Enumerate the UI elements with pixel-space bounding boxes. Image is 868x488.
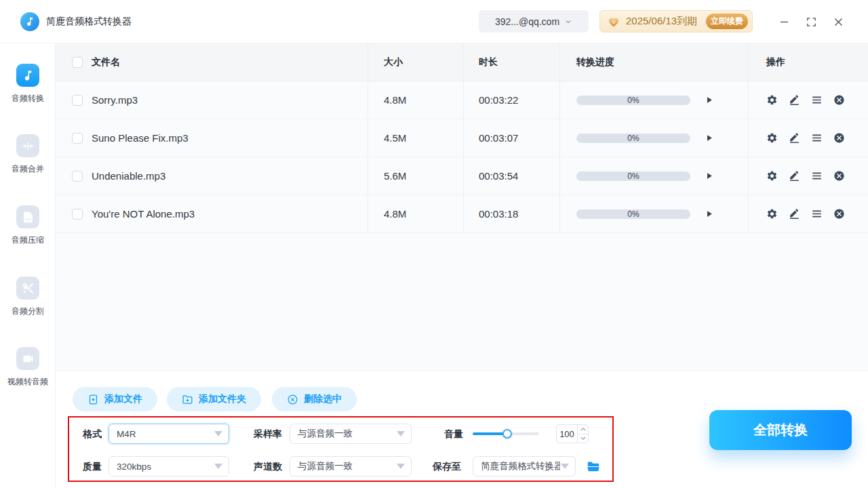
- dropdown-arrow-icon: [397, 464, 405, 469]
- table-row-progress-cell: 0%: [559, 157, 748, 195]
- volume-input[interactable]: [557, 425, 577, 443]
- table-row-progress-cell: 0%: [559, 195, 748, 233]
- table-row-progress-cell: 0%: [559, 119, 748, 157]
- spin-down-button[interactable]: [578, 434, 588, 443]
- menu-icon[interactable]: [811, 208, 823, 220]
- progress-bar: 0%: [576, 209, 690, 219]
- account-email: 392...@qq.com: [495, 16, 559, 27]
- row-checkbox[interactable]: [72, 171, 83, 182]
- file-table: 文件名 大小 时长 转换进度 操作 Sorry.mp3 4.8M 00:03:2…: [56, 43, 868, 233]
- delete-icon[interactable]: [833, 170, 845, 182]
- account-dropdown[interactable]: 392...@qq.com: [479, 10, 589, 33]
- save-to-select[interactable]: 简鹿音频格式转换器: [473, 456, 576, 476]
- table-header-duration: 时长: [463, 43, 559, 81]
- table-row-filename-cell: You're NOT Alone.mp3: [56, 195, 368, 233]
- app-logo-icon: [20, 12, 39, 31]
- table-row-filename-cell: Sorry.mp3: [56, 81, 368, 119]
- renew-button[interactable]: 立即续费: [706, 14, 748, 29]
- open-folder-button[interactable]: [585, 458, 601, 474]
- table-row-actions-cell: [748, 157, 868, 195]
- table-row-size-cell: 4.8M: [368, 195, 463, 233]
- row-checkbox[interactable]: [72, 133, 83, 144]
- edit-icon[interactable]: [789, 208, 800, 220]
- volume-slider[interactable]: [473, 424, 539, 444]
- add-folder-button[interactable]: 添加文件夹: [167, 387, 261, 411]
- sidebar-item-video-to-audio[interactable]: 视频转音频: [0, 347, 56, 388]
- sidebar-item-audio-convert[interactable]: 音频转换: [0, 64, 56, 104]
- compress-file-icon: [16, 205, 39, 228]
- channels-select[interactable]: 与源音频一致: [290, 456, 412, 476]
- play-icon[interactable]: [704, 209, 714, 219]
- vip-expiry: 2025/06/13到期: [626, 15, 701, 28]
- sample-rate-select[interactable]: 与源音频一致: [290, 424, 412, 444]
- settings-icon[interactable]: [766, 94, 778, 106]
- dropdown-arrow-icon: [397, 431, 405, 436]
- filename-text: Sorry.mp3: [92, 94, 138, 106]
- spin-up-button[interactable]: [578, 425, 588, 434]
- edit-icon[interactable]: [789, 94, 800, 106]
- edit-icon[interactable]: [789, 170, 800, 182]
- folder-icon: [586, 459, 601, 474]
- convert-all-button[interactable]: 全部转换: [709, 410, 852, 450]
- table-row-progress-cell: 0%: [559, 81, 748, 119]
- delete-icon[interactable]: [833, 94, 845, 106]
- channels-label: 声道数: [254, 456, 282, 476]
- select-all-checkbox[interactable]: [72, 57, 83, 68]
- sidebar-item-audio-merge[interactable]: 音频合并: [0, 134, 56, 175]
- settings-panel: 格式 M4R 采样率 与源音频一致 音量 质量 3: [68, 416, 614, 482]
- main-area: 文件名 大小 时长 转换进度 操作 Sorry.mp3 4.8M 00:03:2…: [56, 43, 868, 488]
- delete-icon[interactable]: [833, 132, 845, 144]
- table-row-size-cell: 5.6M: [368, 157, 463, 195]
- table-row-actions-cell: [748, 195, 868, 233]
- sidebar: 音频转换 音频合并 音频压缩 音频分割 视频转音频: [0, 43, 56, 488]
- volume-handle[interactable]: [502, 429, 512, 439]
- row-checkbox[interactable]: [72, 209, 83, 220]
- play-icon[interactable]: [704, 171, 714, 181]
- table-row-filename-cell: Suno Please Fix.mp3: [56, 119, 368, 157]
- table-row-size-cell: 4.8M: [368, 81, 463, 119]
- sidebar-item-audio-split[interactable]: 音频分割: [0, 277, 56, 317]
- table-row-duration-cell: 00:03:07: [463, 119, 559, 157]
- quality-select[interactable]: 320kbps: [108, 456, 229, 476]
- row-checkbox[interactable]: [72, 95, 83, 106]
- delete-icon[interactable]: [833, 208, 845, 220]
- table-row-duration-cell: 00:03:54: [463, 157, 559, 195]
- close-button[interactable]: [830, 14, 846, 30]
- volume-label: 音量: [444, 424, 463, 444]
- table-row-duration-cell: 00:03:18: [463, 195, 559, 233]
- format-select[interactable]: M4R: [108, 424, 229, 444]
- folder-plus-icon: [182, 394, 193, 405]
- menu-icon[interactable]: [811, 170, 823, 182]
- quality-label: 质量: [83, 456, 102, 476]
- table-row-duration-cell: 00:03:22: [463, 81, 559, 119]
- play-icon[interactable]: [704, 95, 714, 105]
- minimize-button[interactable]: [776, 14, 792, 30]
- settings-icon[interactable]: [766, 170, 778, 182]
- table-header-filename: 文件名: [56, 43, 368, 81]
- menu-icon[interactable]: [811, 132, 823, 144]
- edit-icon[interactable]: [789, 132, 800, 144]
- play-icon[interactable]: [704, 133, 714, 143]
- video-camera-icon: [16, 347, 39, 370]
- format-label: 格式: [83, 424, 102, 444]
- dropdown-arrow-icon: [214, 431, 222, 436]
- add-file-button[interactable]: 添加文件: [73, 387, 157, 411]
- menu-icon[interactable]: [811, 94, 823, 106]
- sidebar-item-audio-compress[interactable]: 音频压缩: [0, 205, 56, 246]
- fullscreen-button[interactable]: [803, 14, 819, 30]
- titlebar: 简鹿音频格式转换器 392...@qq.com V 2025/06/13到期 立…: [0, 0, 868, 43]
- table-header-actions: 操作: [748, 43, 868, 81]
- circle-x-icon: [287, 394, 298, 405]
- sidebar-item-label: 音频合并: [12, 163, 44, 175]
- table-row-actions-cell: [748, 119, 868, 157]
- table-header-progress: 转换进度: [559, 43, 748, 81]
- settings-icon[interactable]: [766, 132, 778, 144]
- sidebar-item-label: 音频分割: [12, 306, 44, 317]
- filename-text: Suno Please Fix.mp3: [92, 132, 189, 144]
- table-row-filename-cell: Undeniable.mp3: [56, 157, 368, 195]
- settings-icon[interactable]: [766, 208, 778, 220]
- delete-selected-button[interactable]: 删除选中: [272, 387, 357, 411]
- filename-text: You're NOT Alone.mp3: [92, 208, 195, 220]
- dropdown-arrow-icon: [214, 464, 222, 469]
- save-to-label: 保存至: [433, 456, 461, 476]
